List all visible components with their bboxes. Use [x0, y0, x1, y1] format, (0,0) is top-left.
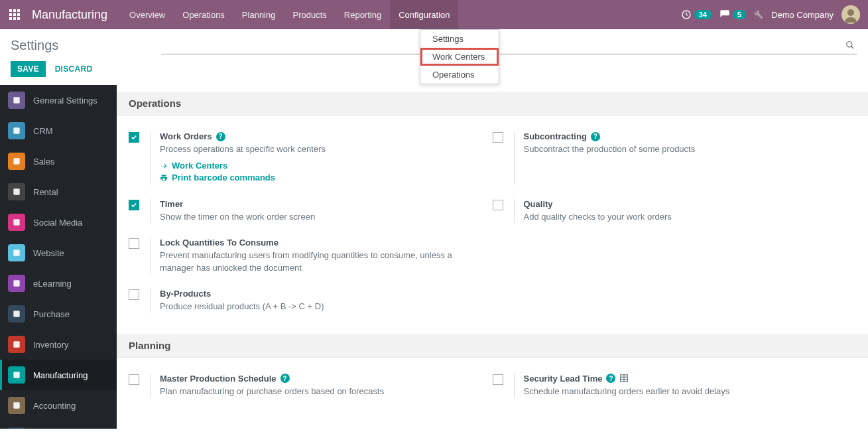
module-icon	[8, 244, 25, 261]
sidebar-item-social-media[interactable]: Social Media	[0, 207, 117, 238]
setting-work_orders: Work Orders?Process operations at specif…	[129, 126, 493, 194]
configuration-dropdown: SettingsWork CentersOperations	[420, 29, 499, 84]
module-icon	[8, 153, 25, 170]
sidebar-item-crm[interactable]: CRM	[0, 115, 117, 146]
module-icon	[8, 275, 25, 292]
checkbox-subcontracting[interactable]	[493, 132, 503, 143]
messages-count: 5	[733, 10, 746, 19]
user-avatar[interactable]	[841, 5, 860, 24]
settings-sidebar: General SettingsCRMSalesRentalSocial Med…	[0, 85, 117, 429]
nav-products[interactable]: Products	[284, 0, 335, 29]
nav-configuration[interactable]: Configuration	[390, 0, 458, 29]
checkbox-sec_lead[interactable]	[493, 374, 503, 385]
sidebar-item-project[interactable]: Project	[0, 421, 117, 429]
company-selector[interactable]: Demo Company	[771, 10, 834, 20]
setting-mps: Master Production Schedule?Plan manufact…	[129, 368, 493, 407]
checkbox-lock_qty[interactable]	[129, 238, 139, 249]
svg-rect-1	[13, 9, 16, 12]
nav-operations[interactable]: Operations	[174, 0, 233, 29]
help-icon[interactable]: ?	[606, 374, 615, 383]
sidebar-item-accounting[interactable]: Accounting	[0, 390, 117, 421]
discard-button[interactable]: DISCARD	[48, 61, 99, 77]
dropdown-item-work-centers[interactable]: Work Centers	[420, 48, 499, 66]
setting-title: Timer	[160, 199, 479, 209]
checkbox-quality[interactable]	[493, 200, 503, 210]
setting-title: Quality	[524, 199, 843, 209]
activities-count: 34	[694, 10, 712, 19]
checkbox-timer[interactable]	[129, 200, 139, 210]
svg-rect-8	[17, 17, 20, 20]
setting-sec_lead: Security Lead Time?Schedule manufacturin…	[493, 368, 857, 407]
svg-rect-20	[13, 280, 19, 286]
sidebar-item-manufacturing[interactable]: Manufacturing	[0, 360, 117, 390]
dropdown-item-operations[interactable]: Operations	[420, 66, 499, 84]
setting-byproducts: By-ProductsProduce residual products (A …	[129, 283, 493, 322]
sidebar-item-label: Social Media	[33, 218, 82, 228]
setting-description: Produce residual products (A + B -> C + …	[160, 301, 479, 313]
sidebar-item-inventory[interactable]: Inventory	[0, 329, 117, 360]
setting-link-print-barcode-commands[interactable]: Print barcode commands	[160, 173, 479, 182]
apps-menu-icon[interactable]	[0, 0, 29, 29]
setting-description: Show the timer on the work order screen	[160, 211, 479, 223]
setting-description: Process operations at specific work cent…	[160, 143, 479, 155]
svg-line-13	[851, 46, 854, 48]
save-button[interactable]: SAVE	[11, 61, 46, 77]
arrow-icon	[160, 162, 168, 170]
svg-rect-3	[9, 13, 12, 16]
svg-rect-17	[13, 188, 19, 194]
svg-rect-19	[13, 250, 19, 255]
sidebar-item-elearning[interactable]: eLearning	[0, 268, 117, 299]
nav-planning[interactable]: Planning	[233, 0, 284, 29]
setting-description: Plan manufacturing or purchase orders ba…	[160, 386, 479, 398]
setting-timer: TimerShow the timer on the work order sc…	[129, 194, 493, 232]
help-icon[interactable]: ?	[280, 374, 290, 383]
sidebar-item-rental[interactable]: Rental	[0, 177, 117, 207]
svg-rect-0	[9, 9, 12, 12]
setting-quality: QualityAdd quality checks to your work o…	[493, 194, 857, 232]
sidebar-item-label: Manufacturing	[33, 370, 88, 380]
module-icon	[8, 122, 25, 139]
sidebar-item-website[interactable]: Website	[0, 238, 117, 268]
module-icon	[8, 92, 25, 109]
setting-description: Schedule manufacturing orders earlier to…	[524, 386, 843, 398]
sidebar-item-label: General Settings	[33, 96, 97, 106]
search-bar[interactable]	[161, 36, 857, 54]
sidebar-item-purchase[interactable]: Purchase	[0, 299, 117, 329]
main-nav: OverviewOperationsPlanningProductsReport…	[121, 0, 458, 29]
setting-title: Work Orders?	[160, 131, 479, 141]
module-icon	[8, 427, 25, 429]
svg-rect-16	[13, 158, 19, 164]
page-title: Settings	[11, 38, 58, 53]
setting-description: Subcontract the production of some produ…	[524, 143, 843, 155]
module-icon	[8, 397, 25, 414]
checkbox-work_orders[interactable]	[129, 132, 139, 143]
print-icon	[160, 174, 168, 182]
svg-rect-15	[13, 127, 19, 133]
nav-reporting[interactable]: Reporting	[336, 0, 390, 29]
messages-button[interactable]: 5	[719, 9, 746, 20]
table-icon[interactable]	[619, 374, 629, 383]
section-header: Operations	[117, 92, 868, 115]
checkbox-byproducts[interactable]	[129, 289, 139, 300]
help-icon[interactable]: ?	[216, 132, 225, 141]
sidebar-item-label: Sales	[33, 157, 55, 167]
nav-overview[interactable]: Overview	[121, 0, 174, 29]
setting-title: Master Production Schedule?	[160, 374, 479, 384]
dropdown-item-settings[interactable]: Settings	[420, 30, 499, 48]
debug-icon[interactable]	[754, 10, 763, 19]
sidebar-item-label: Accounting	[33, 401, 76, 411]
topbar: Manufacturing OverviewOperationsPlanning…	[0, 0, 868, 29]
svg-point-11	[847, 9, 854, 16]
setting-link-work-centers[interactable]: Work Centers	[160, 161, 479, 171]
help-icon[interactable]: ?	[591, 132, 600, 141]
checkbox-mps[interactable]	[129, 374, 139, 385]
setting-title: Subcontracting?	[524, 131, 843, 141]
sidebar-item-general-settings[interactable]: General Settings	[0, 85, 117, 115]
activities-button[interactable]: 34	[681, 9, 712, 20]
sidebar-item-sales[interactable]: Sales	[0, 146, 117, 177]
setting-description: Prevent manufacturing users from modifyi…	[160, 250, 479, 273]
module-icon	[8, 214, 25, 231]
app-brand[interactable]: Manufacturing	[29, 8, 121, 22]
search-icon[interactable]	[845, 40, 855, 50]
sidebar-item-label: Rental	[33, 187, 58, 197]
